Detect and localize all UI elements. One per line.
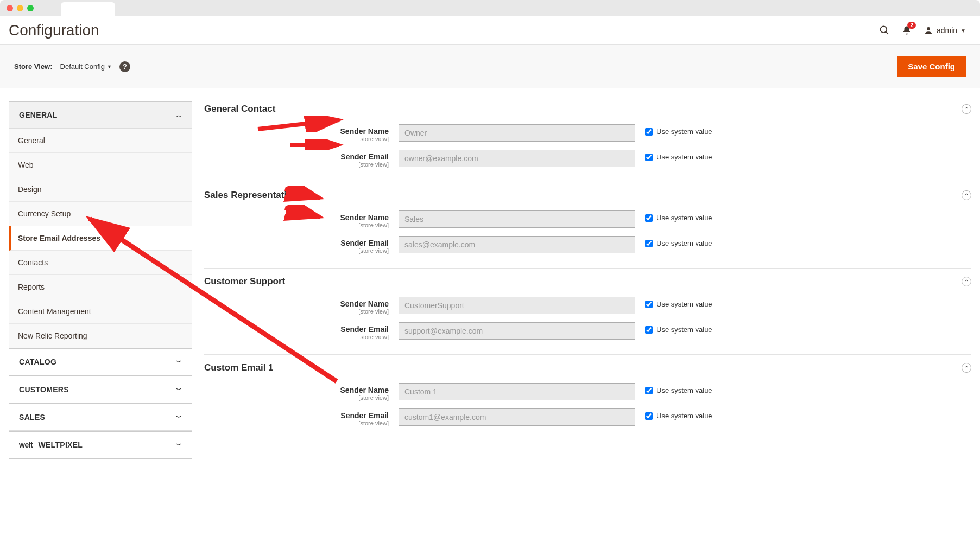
chevron-down-icon: ﹀	[176, 441, 182, 449]
scope-note: [store view]	[204, 222, 389, 228]
field-label: Sender Email	[340, 411, 389, 420]
fieldset-header[interactable]: General Contact ⌃	[204, 101, 971, 124]
use-system-checkbox[interactable]	[645, 301, 653, 308]
sidebar-group-header-customers[interactable]: CUSTOMERS ﹀	[9, 376, 192, 403]
sidebar-group-header-catalog[interactable]: CATALOG ﹀	[9, 349, 192, 375]
sidebar-item-reports[interactable]: Reports	[9, 275, 192, 299]
search-button[interactable]	[879, 25, 890, 36]
sidebar-item-web[interactable]: Web	[9, 153, 192, 177]
collapse-icon: ⌃	[962, 104, 971, 114]
collapse-icon: ⌃	[962, 190, 971, 200]
chevron-down-icon: ▼	[107, 64, 112, 69]
sidebar-group-header-weltpixel[interactable]: welt WELTPIXEL ﹀	[9, 432, 192, 458]
sidebar-group-header-sales[interactable]: SALES ﹀	[9, 404, 192, 431]
window-close-icon[interactable]	[7, 5, 13, 11]
sender-email-input[interactable]	[399, 236, 635, 253]
use-system-checkbox[interactable]	[645, 326, 653, 334]
user-label: admin	[937, 26, 957, 35]
fieldset-custom-email-1: Custom Email 1 ⌃ Sender Name[store view]…	[204, 360, 971, 441]
scope-note: [store view]	[204, 161, 389, 168]
sidebar-item-content-management[interactable]: Content Management	[9, 299, 192, 324]
scope-note: [store view]	[204, 334, 389, 340]
sender-name-input[interactable]	[399, 124, 635, 142]
use-system-label[interactable]: Use system value	[656, 127, 712, 136]
field-label: Sender Name	[340, 299, 389, 308]
search-icon	[879, 25, 890, 36]
fieldset-title: Customer Support	[204, 276, 285, 287]
sidebar-item-design[interactable]: Design	[9, 177, 192, 202]
use-system-label[interactable]: Use system value	[656, 214, 712, 222]
fieldset-title: General Contact	[204, 104, 275, 114]
header-actions: 2 admin ▼	[879, 25, 966, 36]
browser-chrome	[0, 0, 980, 16]
store-view-switcher[interactable]: Default Config ▼	[60, 62, 112, 71]
field-label: Sender Name	[340, 386, 389, 394]
use-system-label[interactable]: Use system value	[656, 386, 712, 394]
fieldset-title: Sales Representative	[204, 190, 297, 201]
svg-point-0	[880, 27, 887, 33]
sidebar-group-body-general: General Web Design Currency Setup Store …	[9, 129, 192, 348]
fieldset-header[interactable]: Custom Email 1 ⌃	[204, 360, 971, 383]
chevron-down-icon: ▼	[960, 28, 966, 34]
use-system-checkbox[interactable]	[645, 214, 653, 222]
notification-badge: 2	[907, 22, 916, 29]
user-menu[interactable]: admin ▼	[924, 25, 966, 35]
page-header: Configuration 2 admin ▼	[0, 16, 980, 45]
sender-email-input[interactable]	[399, 150, 635, 167]
sidebar-group-label: CUSTOMERS	[19, 385, 69, 394]
scope-note: [store view]	[204, 394, 389, 401]
chevron-down-icon: ﹀	[176, 358, 182, 366]
sender-name-input[interactable]	[399, 383, 635, 400]
scope-note: [store view]	[204, 136, 389, 142]
notifications-button[interactable]: 2	[902, 25, 912, 36]
use-system-label[interactable]: Use system value	[656, 325, 712, 334]
weltpixel-logo: welt	[19, 441, 33, 449]
use-system-label[interactable]: Use system value	[656, 153, 712, 161]
help-icon[interactable]: ?	[119, 61, 130, 72]
use-system-checkbox[interactable]	[645, 128, 653, 136]
use-system-label[interactable]: Use system value	[656, 239, 712, 247]
window-fullscreen-icon[interactable]	[27, 5, 34, 11]
sender-name-input[interactable]	[399, 297, 635, 314]
use-system-label[interactable]: Use system value	[656, 300, 712, 308]
use-system-checkbox[interactable]	[645, 387, 653, 394]
sender-email-input[interactable]	[399, 322, 635, 340]
fieldset-header[interactable]: Customer Support ⌃	[204, 274, 971, 297]
sidebar-group-weltpixel: welt WELTPIXEL ﹀	[9, 431, 192, 459]
field-sender-name: Sender Name[store view] Use system value	[204, 297, 971, 315]
window-controls	[7, 5, 34, 11]
collapse-icon: ⌃	[962, 277, 971, 286]
sidebar-item-contacts[interactable]: Contacts	[9, 251, 192, 275]
chevron-down-icon: ﹀	[176, 386, 182, 394]
sidebar-item-new-relic-reporting[interactable]: New Relic Reporting	[9, 324, 192, 348]
sidebar-item-general[interactable]: General	[9, 129, 192, 153]
sidebar-item-store-email-addresses[interactable]: Store Email Addresses	[9, 226, 192, 251]
sender-email-input[interactable]	[399, 408, 635, 426]
sidebar-group-label: CATALOG	[19, 358, 56, 366]
sidebar-group-label: WELTPIXEL	[38, 441, 83, 449]
use-system-checkbox[interactable]	[645, 240, 653, 247]
sidebar-group-sales: SALES ﹀	[9, 404, 192, 431]
use-system-label[interactable]: Use system value	[656, 412, 712, 420]
sender-name-input[interactable]	[399, 210, 635, 228]
scope-note: [store view]	[204, 420, 389, 426]
fieldset-customer-support: Customer Support ⌃ Sender Name[store vie…	[204, 274, 971, 355]
fieldset-header[interactable]: Sales Representative ⌃	[204, 188, 971, 210]
sidebar-group-header-general[interactable]: GENERAL ︿	[9, 102, 192, 129]
save-config-button[interactable]: Save Config	[897, 56, 966, 77]
field-sender-email: Sender Email[store view] Use system valu…	[204, 236, 971, 254]
sidebar-item-currency-setup[interactable]: Currency Setup	[9, 202, 192, 226]
svg-line-1	[886, 32, 888, 34]
field-label: Sender Email	[340, 325, 389, 334]
collapse-icon: ⌃	[962, 363, 971, 373]
field-sender-email: Sender Email[store view] Use system valu…	[204, 150, 971, 168]
browser-tab[interactable]	[61, 2, 115, 16]
chevron-down-icon: ﹀	[176, 413, 182, 422]
field-sender-email: Sender Email[store view] Use system valu…	[204, 408, 971, 426]
use-system-checkbox[interactable]	[645, 412, 653, 420]
field-label: Sender Email	[340, 239, 389, 247]
field-sender-name: Sender Name[store view] Use system value	[204, 124, 971, 142]
use-system-checkbox[interactable]	[645, 154, 653, 161]
sidebar-group-general: GENERAL ︿ General Web Design Currency Se…	[9, 101, 192, 348]
window-minimize-icon[interactable]	[17, 5, 23, 11]
